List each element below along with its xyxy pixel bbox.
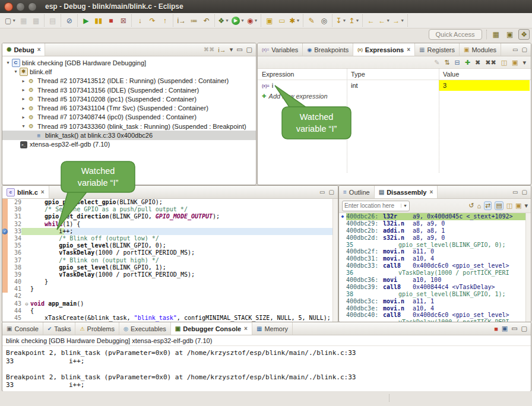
fold-marker-icon[interactable]: ⊖ [23, 300, 30, 307]
tree-expand-icon[interactable]: ▾ [12, 69, 19, 74]
close-icon[interactable]: × [429, 189, 433, 195]
marker-column[interactable] [2, 307, 8, 315]
instruction-stepping-button[interactable]: i→ [175, 15, 188, 26]
debug-tree-item[interactable]: ≡blink_task() at blink.c:33 0x400dbc26 [2, 131, 256, 139]
dropdown-arrow-icon[interactable]: ▼ [386, 18, 390, 23]
debug-tree-item[interactable]: ▸⚙Thread #7 1073408744 (ipc0) (Suspended… [2, 113, 256, 122]
new-button[interactable]: ▢▼ [4, 15, 17, 26]
tab-executables[interactable]: ◎Executables [119, 322, 171, 335]
code-line[interactable]: 40 } [2, 278, 338, 286]
window-minimize-button[interactable] [16, 2, 25, 11]
maximize-icon[interactable]: ▢ [521, 325, 527, 332]
column-header-value[interactable]: Value [439, 69, 530, 80]
code-line[interactable]: 36 vTaskDelay(1000 / portTICK_PERIOD_MS)… [2, 249, 338, 256]
remove-expression-icon[interactable]: ✖ [475, 59, 480, 66]
collapse-all-icon[interactable]: ⊟ [455, 59, 460, 66]
tab-debug[interactable]: ✺ Debug × [2, 43, 45, 56]
close-icon[interactable]: × [37, 46, 41, 53]
disassembly-maximize-icon[interactable]: ▢ [522, 189, 527, 195]
code-line[interactable]: 38 gpio_set_level(BLINK_GPIO, 1); [2, 264, 338, 271]
close-icon[interactable]: × [407, 46, 410, 53]
new-view-icon[interactable]: ◫ [506, 202, 512, 210]
location-input[interactable] [343, 202, 401, 209]
quick-access-box[interactable]: Quick Access [429, 29, 482, 40]
debug-tree-item[interactable]: >_xtensa-esp32-elf-gdb (7.10) [2, 140, 256, 149]
disassembly-minimize-icon[interactable]: ▭ [512, 189, 518, 195]
editor-minimize-icon[interactable]: ▭ [319, 189, 325, 195]
save-all-button[interactable]: ▩ [30, 15, 42, 26]
search-button[interactable]: ◎ [318, 15, 330, 26]
marker-column[interactable] [2, 300, 8, 307]
overview-ruler[interactable] [332, 199, 338, 322]
view-menu-icon[interactable]: ▾ [524, 202, 528, 210]
minimize-icon[interactable]: ▭ [511, 325, 517, 332]
go-to-line-button[interactable]: ↥▼ [347, 15, 360, 26]
marker-column[interactable]: ✓ [2, 228, 8, 235]
remove-all-expressions-icon[interactable]: ✖✖ [485, 59, 496, 66]
home-icon[interactable]: ⌂ [477, 202, 481, 210]
tab-problems[interactable]: ⚠Problems [75, 322, 119, 335]
terminate-button[interactable]: ■ [104, 15, 117, 26]
tree-expand-icon[interactable]: ▾ [20, 123, 27, 129]
disconnect-button[interactable]: ⊠ [117, 15, 129, 26]
debug-tree-item[interactable]: ▾⚙Thread #9 1073433360 (blink_task : Run… [2, 122, 256, 131]
step-over-button[interactable]: ↷ [146, 15, 159, 26]
maximize-icon[interactable]: ▢ [246, 46, 252, 53]
window-maximize-button[interactable] [28, 2, 37, 11]
show-type-names-icon[interactable]: ✎ [434, 59, 439, 66]
expressions-maximize-icon[interactable]: ▢ [522, 46, 527, 53]
show-source-icon[interactable]: ▤ [495, 201, 503, 210]
annotate-button[interactable]: ✎ [305, 15, 318, 26]
tab-expressions[interactable]: (x)Expressions× [353, 43, 415, 56]
view-menu-icon[interactable]: ▾ [522, 59, 526, 66]
skip-all-breakpoints-button[interactable]: ⊘ [63, 15, 75, 26]
forward-button[interactable]: →▼ [391, 15, 406, 26]
marker-column[interactable] [2, 271, 8, 278]
back-history-button[interactable]: ←▼ [377, 15, 391, 26]
code-line[interactable]: 35 gpio_set_level(BLINK_GPIO, 0); [2, 242, 338, 249]
combo-dropdown-icon[interactable]: ▼ [401, 204, 409, 208]
marker-column[interactable] [2, 199, 8, 206]
instruction-stepping-mode-icon[interactable]: i→ [218, 46, 226, 53]
debug-button[interactable]: ❖▼ [217, 15, 230, 26]
dropdown-arrow-icon[interactable]: ▼ [400, 18, 404, 23]
dropdown-arrow-icon[interactable]: ▼ [254, 18, 258, 23]
marker-column[interactable] [2, 213, 8, 220]
tab-memory[interactable]: ▦Memory [252, 322, 293, 335]
tab-tasks[interactable]: ✔Tasks [43, 322, 76, 335]
marker-column[interactable] [2, 235, 8, 242]
debug-perspective-button[interactable]: ❖ [518, 29, 530, 40]
suspend-button[interactable]: ▮▮ [92, 15, 104, 26]
column-header-type[interactable]: Type [347, 69, 439, 80]
minimize-icon[interactable]: ▭ [236, 46, 242, 53]
drop-to-frame-button[interactable]: ↶ [200, 15, 213, 26]
debug-tree-item[interactable]: ▸⚙Thread #3 1073413156 (IDLE) (Suspended… [2, 85, 256, 94]
tab-registers[interactable]: ▦Registers [415, 43, 460, 56]
tab-outline[interactable]: ≡Outline [339, 186, 375, 198]
display-selected-console-icon[interactable]: ▣ [502, 325, 508, 332]
code-line[interactable]: 39 vTaskDelay(1000 / portTICK_PERIOD_MS)… [2, 271, 338, 278]
code-line[interactable]: 44{ [2, 307, 338, 315]
dropdown-arrow-icon[interactable]: ▼ [342, 18, 346, 23]
resume-button[interactable]: ▶ [80, 15, 92, 26]
view-menu-icon[interactable]: ▾ [230, 46, 233, 53]
last-edit-location-button[interactable]: ↧▼ [334, 15, 347, 26]
pin-view-icon[interactable]: ▣ [512, 59, 518, 66]
code-line[interactable]: 42 [2, 293, 338, 300]
marker-column[interactable] [2, 264, 8, 271]
location-combo[interactable]: ▼ [342, 201, 410, 211]
tab-disassembly[interactable]: ▤Disassembly× [375, 186, 438, 198]
marker-column[interactable] [2, 221, 8, 228]
open-element-button[interactable]: ▭ [276, 15, 288, 26]
marker-column[interactable] [2, 293, 8, 300]
new-project-button[interactable]: ▣ [263, 15, 276, 26]
window-close-button[interactable] [4, 2, 13, 11]
dropdown-arrow-icon[interactable]: ▼ [240, 18, 245, 23]
debug-tree-item[interactable]: ▸⚙Thread #5 1073410208 (ipc1) (Suspended… [2, 94, 256, 103]
disassembly-scrollbar[interactable] [525, 213, 531, 322]
expressions-minimize-icon[interactable]: ▭ [512, 46, 518, 53]
tree-expand-icon[interactable]: ▾ [5, 60, 11, 65]
external-tools-button[interactable]: ✱▼ [288, 15, 301, 26]
tree-expand-icon[interactable]: ▸ [20, 96, 27, 102]
dropdown-arrow-icon[interactable]: ▼ [355, 18, 359, 23]
